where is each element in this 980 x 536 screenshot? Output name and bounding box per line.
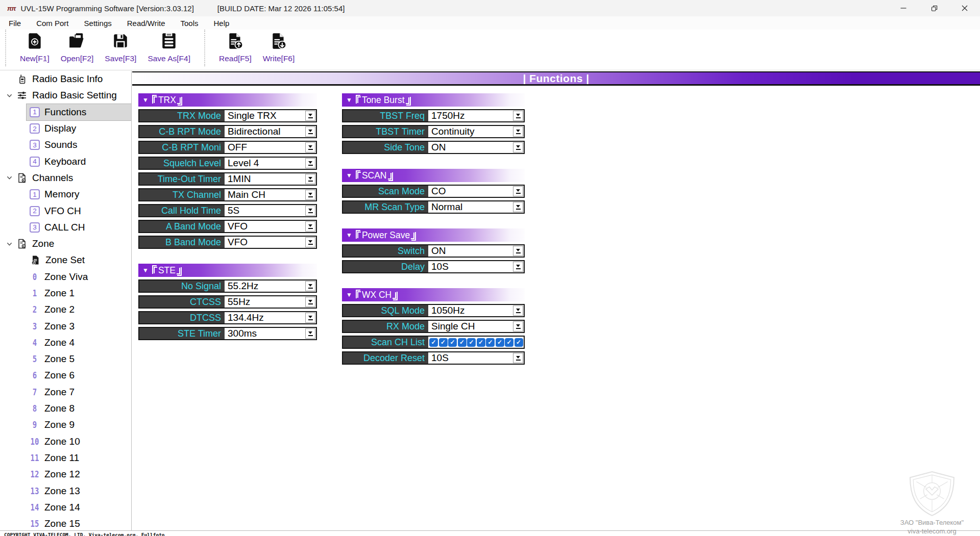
time-out-timer-dropdown[interactable]: 1MIN <box>225 173 305 185</box>
chevron-down-icon[interactable] <box>6 241 16 247</box>
dropdown-arrow-button[interactable] <box>305 237 315 247</box>
rx-mode-dropdown[interactable]: Single CH <box>428 321 512 332</box>
sidebar-item-sounds[interactable]: 3Sounds <box>27 137 131 153</box>
scan-ch-checkbox-5[interactable]: ✓ <box>467 338 476 347</box>
write-button[interactable]: Write[F6] <box>257 32 301 66</box>
sidebar-item-zone-5[interactable]: 5Zone 5 <box>27 351 131 367</box>
tx-channel-dropdown[interactable]: Main CH <box>225 189 305 200</box>
menu-item-file[interactable]: File <box>1 17 29 29</box>
scan-ch-checkbox-9[interactable]: ✓ <box>505 338 513 347</box>
dropdown-arrow-button[interactable] <box>305 158 315 168</box>
dropdown-arrow-button[interactable] <box>305 190 315 200</box>
sql-mode-dropdown[interactable]: 1050Hz <box>428 305 512 316</box>
open-button[interactable]: Open[F2] <box>55 32 100 66</box>
section-header-tone-burst[interactable]: ▼Tone Burst <box>342 93 525 107</box>
trx-mode-dropdown[interactable]: Single TRX <box>225 110 305 121</box>
sidebar-item-call-ch[interactable]: 3CALL CH <box>27 219 131 236</box>
dropdown-arrow-button[interactable] <box>513 126 523 137</box>
dropdown-arrow-button[interactable] <box>305 206 315 216</box>
menu-item-settings[interactable]: Settings <box>77 17 119 29</box>
menu-item-com-port[interactable]: Com Port <box>29 17 76 29</box>
sidebar-item-zone-11[interactable]: 11Zone 11 <box>27 450 131 466</box>
sidebar-item-zone-14[interactable]: 14Zone 14 <box>27 499 131 516</box>
sidebar-item-memory[interactable]: 1Memory <box>27 186 131 202</box>
sidebar-item-zone-4[interactable]: 4Zone 4 <box>27 335 131 351</box>
delay-dropdown[interactable]: 10S <box>428 261 512 272</box>
sidebar-item-zone-12[interactable]: 12Zone 12 <box>27 466 131 482</box>
menu-item-tools[interactable]: Tools <box>173 17 206 29</box>
dropdown-arrow-button[interactable] <box>305 297 315 307</box>
chevron-down-icon[interactable] <box>6 174 16 181</box>
section-header-wx-ch[interactable]: ▼WX CH <box>342 288 525 301</box>
sidebar-item-channels[interactable]: Channels <box>0 170 131 186</box>
sidebar-item-keyboard[interactable]: 4Keyboard <box>27 153 131 169</box>
chevron-down-icon[interactable] <box>6 92 16 99</box>
menu-item-read-write[interactable]: Read/Write <box>119 17 173 29</box>
tbst-timer-dropdown[interactable]: Continuity <box>428 126 512 137</box>
section-header-power-save[interactable]: ▼Power Save <box>342 228 525 242</box>
scan-ch-checkbox-10[interactable]: ✓ <box>514 338 523 347</box>
sidebar-item-zone[interactable]: Zone <box>0 236 131 252</box>
restore-button[interactable] <box>919 0 949 16</box>
dropdown-arrow-button[interactable] <box>305 221 315 232</box>
read-button[interactable]: Read[F5] <box>213 32 257 66</box>
dropdown-arrow-button[interactable] <box>305 142 315 152</box>
ste-timer-dropdown[interactable]: 300ms <box>225 328 305 339</box>
dropdown-arrow-button[interactable] <box>305 281 315 291</box>
sidebar-item-zone-8[interactable]: 8Zone 8 <box>27 400 131 417</box>
decoder-reset-dropdown[interactable]: 10S <box>428 352 512 364</box>
sidebar-item-zone-9[interactable]: 9Zone 9 <box>27 417 131 433</box>
dropdown-arrow-button[interactable] <box>513 111 523 121</box>
ctcss-dropdown[interactable]: 55Hz <box>225 296 305 308</box>
scan-ch-checkbox-6[interactable]: ✓ <box>477 338 485 347</box>
dropdown-arrow-button[interactable] <box>305 313 315 323</box>
sidebar-item-radio-basic-info[interactable]: Radio Basic Info <box>0 71 131 87</box>
sidebar-item-zone-1[interactable]: 1Zone 1 <box>27 285 131 301</box>
sidebar-item-display[interactable]: 2Display <box>27 120 131 137</box>
b-band-mode-dropdown[interactable]: VFO <box>225 237 305 248</box>
tbst-freq-dropdown[interactable]: 1750Hz <box>428 110 512 121</box>
scan-ch-checkbox-2[interactable]: ✓ <box>439 338 448 347</box>
switch-dropdown[interactable]: ON <box>428 245 512 257</box>
a-band-mode-dropdown[interactable]: VFO <box>225 221 305 232</box>
dropdown-arrow-button[interactable] <box>305 328 315 339</box>
scan-ch-checkbox-3[interactable]: ✓ <box>448 338 457 347</box>
no-signal-dropdown[interactable]: 55.2Hz <box>225 280 305 292</box>
c-b-rpt-moni-dropdown[interactable]: OFF <box>225 142 305 153</box>
scan-ch-checkbox-1[interactable]: ✓ <box>429 338 438 347</box>
dropdown-arrow-button[interactable] <box>513 353 523 363</box>
section-header-ste[interactable]: ▼STE <box>138 264 317 277</box>
scan-mode-dropdown[interactable]: CO <box>428 186 512 197</box>
new-button[interactable]: New[F1] <box>14 32 55 66</box>
minimize-button[interactable] <box>888 0 919 16</box>
scan-ch-checkbox-8[interactable]: ✓ <box>496 338 504 347</box>
sidebar-item-functions[interactable]: 1Functions <box>27 104 131 120</box>
squelch-level-dropdown[interactable]: Level 4 <box>225 158 305 169</box>
mr-scan-type-dropdown[interactable]: Normal <box>428 201 512 213</box>
dropdown-arrow-button[interactable] <box>513 186 523 196</box>
save-as-button[interactable]: Save As[F4] <box>142 32 196 66</box>
sidebar-item-zone-6[interactable]: 6Zone 6 <box>27 367 131 384</box>
sidebar-item-vfo-ch[interactable]: 2VFO CH <box>27 202 131 219</box>
section-header-trx[interactable]: ▼TRX <box>138 93 317 107</box>
save-button[interactable]: Save[F3] <box>99 32 142 66</box>
sidebar-item-zone-2[interactable]: 2Zone 2 <box>27 301 131 318</box>
sidebar-item-zone-10[interactable]: 10Zone 10 <box>27 433 131 450</box>
dropdown-arrow-button[interactable] <box>305 111 315 121</box>
scan-ch-checkbox-7[interactable]: ✓ <box>486 338 495 347</box>
dtcss-dropdown[interactable]: 134.4Hz <box>225 312 305 323</box>
sidebar-item-zone-3[interactable]: 3Zone 3 <box>27 318 131 334</box>
section-header-scan[interactable]: ▼SCAN <box>342 169 525 182</box>
dropdown-arrow-button[interactable] <box>513 305 523 316</box>
close-button[interactable] <box>949 0 980 16</box>
dropdown-arrow-button[interactable] <box>513 262 523 272</box>
dropdown-arrow-button[interactable] <box>305 126 315 137</box>
dropdown-arrow-button[interactable] <box>513 246 523 256</box>
scan-ch-checkbox-4[interactable]: ✓ <box>458 338 467 347</box>
c-b-rpt-mode-dropdown[interactable]: Bidirectional <box>225 126 305 137</box>
dropdown-arrow-button[interactable] <box>305 174 315 184</box>
dropdown-arrow-button[interactable] <box>513 202 523 212</box>
menu-item-help[interactable]: Help <box>206 17 237 29</box>
sidebar-item-zone-viva[interactable]: 0Zone Viva <box>27 269 131 285</box>
call-hold-time-dropdown[interactable]: 5S <box>225 205 305 216</box>
